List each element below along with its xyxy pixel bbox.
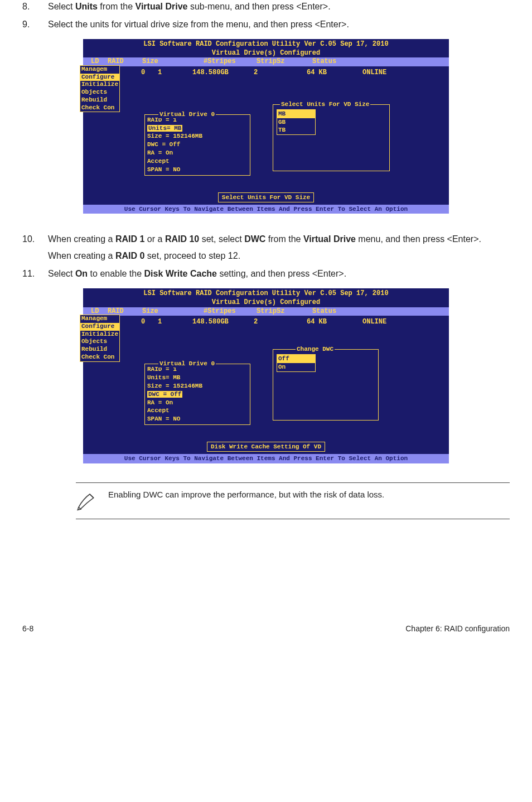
bios-title: LSI Software RAID Configuration Utility … xyxy=(83,39,449,49)
bios-subtitle: Virtual Drive(s) Configured xyxy=(83,49,449,58)
step-10: 10. When creating a RAID 1 or a RAID 10 … xyxy=(22,233,510,263)
menu-item-check[interactable]: Check Con xyxy=(80,104,119,112)
step-text: Select the units for virtual drive size … xyxy=(48,18,510,31)
vd-accept[interactable]: Accept xyxy=(147,407,248,415)
hint-text: Select Units For VD Size xyxy=(218,192,314,202)
cell-stripes: 2 xyxy=(254,69,307,78)
step-10-line1: When creating a RAID 1 or a RAID 10 set,… xyxy=(48,234,481,244)
virtual-drive-box: Virtual Drive 0 RAID = 1 Units= MB Size … xyxy=(144,364,250,425)
bios-body: 0 1 148.580GB 2 64 KB ONLINE Managem Con… xyxy=(83,66,449,189)
menu-item-objects[interactable]: Objects xyxy=(80,89,119,96)
cell-stripsz: 64 KB xyxy=(307,69,362,78)
management-menu[interactable]: Managem Configure Initialize Objects Reb… xyxy=(80,65,120,113)
vd-box-title: Virtual Drive 0 xyxy=(158,360,216,368)
menu-item-configure[interactable]: Configure xyxy=(80,323,119,331)
step-number: 10. xyxy=(22,233,48,263)
cell-size: 148.580GB xyxy=(192,69,254,78)
vd-span[interactable]: SPAN = NO xyxy=(147,166,248,174)
col-size: Size xyxy=(142,57,204,66)
step-10-line2: When creating a RAID 0 set, proceed to s… xyxy=(48,249,510,263)
note-text: Enabling DWC can improve the performance… xyxy=(108,489,510,500)
step-text: Select Units from the Virtual Drive sub-… xyxy=(48,0,510,13)
vd-box-title: Virtual Drive 0 xyxy=(158,110,216,118)
cell-raid: 1 xyxy=(158,318,192,327)
management-menu[interactable]: Managem Configure Initialize Objects Reb… xyxy=(80,315,120,362)
menu-item-rebuild[interactable]: Rebuild xyxy=(80,346,119,354)
bios-body: 0 1 148.580GB 2 64 KB ONLINE Managem Con… xyxy=(83,316,449,438)
unit-option-tb[interactable]: TB xyxy=(277,126,315,134)
bios-footer: Use Cursor Keys To Navigate Between Item… xyxy=(83,454,449,463)
virtual-drive-box: Virtual Drive 0 RAID = 1 Units= MB Size … xyxy=(144,114,250,176)
raid-screenshot-units: LSI Software RAID Configuration Utility … xyxy=(83,39,449,214)
vd-size[interactable]: Size = 152146MB xyxy=(147,382,248,390)
col-size: Size xyxy=(142,307,204,316)
vd-size[interactable]: Size = 152146MB xyxy=(147,132,248,141)
menu-item-check[interactable]: Check Con xyxy=(80,354,119,361)
step-text: When creating a RAID 1 or a RAID 10 set,… xyxy=(48,233,510,263)
popup-title: Change DWC xyxy=(296,345,335,353)
col-status: Status xyxy=(312,57,368,66)
step-number: 9. xyxy=(22,18,48,31)
step-11: 11. Select On to enable the Disk Write C… xyxy=(22,267,510,281)
change-dwc-popup[interactable]: Change DWC Off On xyxy=(273,349,379,421)
page-footer: 6-8 Chapter 6: RAID configuration xyxy=(22,620,510,644)
hint-area: Select Units For VD Size xyxy=(83,189,449,205)
col-stripes: #Stripes xyxy=(204,307,257,316)
menu-item-manage[interactable]: Managem xyxy=(80,66,120,74)
vd-units[interactable]: Units= MB xyxy=(147,124,248,133)
vd-accept[interactable]: Accept xyxy=(147,157,248,166)
col-status: Status xyxy=(312,307,368,316)
chapter-title: Chapter 6: RAID configuration xyxy=(405,624,510,633)
step-number: 11. xyxy=(22,267,48,281)
dwc-option-off[interactable]: Off xyxy=(277,355,315,363)
cell-ld: 0 xyxy=(136,69,158,78)
bios-subtitle: Virtual Drive(s) Configured xyxy=(83,298,449,307)
col-stripsz: StripSz xyxy=(257,57,312,66)
vd-dwc[interactable]: DWC = Off xyxy=(147,141,248,149)
hint-area: Disk Write Cache Setting Of VD xyxy=(83,438,449,454)
vd-units[interactable]: Units= MB xyxy=(147,374,248,382)
cell-ld: 0 xyxy=(136,318,158,327)
table-header: LD RAID Size #Stripes StripSz Status xyxy=(83,57,449,66)
popup-title: Select Units For VD Size xyxy=(280,100,370,108)
cell-size: 148.580GB xyxy=(192,318,254,327)
cell-raid: 1 xyxy=(158,69,192,78)
menu-item-manage[interactable]: Managem xyxy=(80,315,120,323)
unit-option-gb[interactable]: GB xyxy=(277,118,315,127)
cell-stripsz: 64 KB xyxy=(307,318,362,327)
bios-title: LSI Software RAID Configuration Utility … xyxy=(83,288,449,298)
note-icon xyxy=(76,489,98,513)
menu-item-initialize[interactable]: Initialize xyxy=(80,81,119,89)
table-row: 0 1 148.580GB 2 64 KB ONLINE xyxy=(83,66,449,78)
note-callout: Enabling DWC can improve the performance… xyxy=(76,482,510,519)
step-8: 8. Select Units from the Virtual Drive s… xyxy=(22,0,510,13)
raid-screenshot-dwc: LSI Software RAID Configuration Utility … xyxy=(83,288,449,463)
col-stripsz: StripSz xyxy=(257,307,312,316)
cell-status: ONLINE xyxy=(362,318,418,327)
menu-item-rebuild[interactable]: Rebuild xyxy=(80,96,119,104)
vd-span[interactable]: SPAN = NO xyxy=(147,415,248,423)
cell-stripes: 2 xyxy=(254,318,307,327)
col-stripes: #Stripes xyxy=(204,57,257,66)
cell-status: ONLINE xyxy=(362,69,418,78)
step-text: Select On to enable the Disk Write Cache… xyxy=(48,267,510,281)
step-9: 9. Select the units for virtual drive si… xyxy=(22,18,510,31)
table-header: LD RAID Size #Stripes StripSz Status xyxy=(83,307,449,316)
vd-dwc[interactable]: DWC = Off xyxy=(147,390,248,399)
step-number: 8. xyxy=(22,0,48,13)
page-number: 6-8 xyxy=(22,624,33,633)
menu-item-objects[interactable]: Objects xyxy=(80,338,119,346)
hint-text: Disk Write Cache Setting Of VD xyxy=(207,442,325,452)
dwc-option-on[interactable]: On xyxy=(277,363,315,371)
menu-item-configure[interactable]: Configure xyxy=(80,74,119,81)
vd-ra[interactable]: RA = On xyxy=(147,399,248,407)
bios-footer: Use Cursor Keys To Navigate Between Item… xyxy=(83,205,449,214)
select-units-popup[interactable]: Select Units For VD Size MB GB TB xyxy=(273,104,390,171)
table-row: 0 1 148.580GB 2 64 KB ONLINE xyxy=(83,316,449,327)
unit-option-mb[interactable]: MB xyxy=(277,110,315,118)
menu-item-initialize[interactable]: Initialize xyxy=(80,331,119,339)
vd-ra[interactable]: RA = On xyxy=(147,149,248,157)
